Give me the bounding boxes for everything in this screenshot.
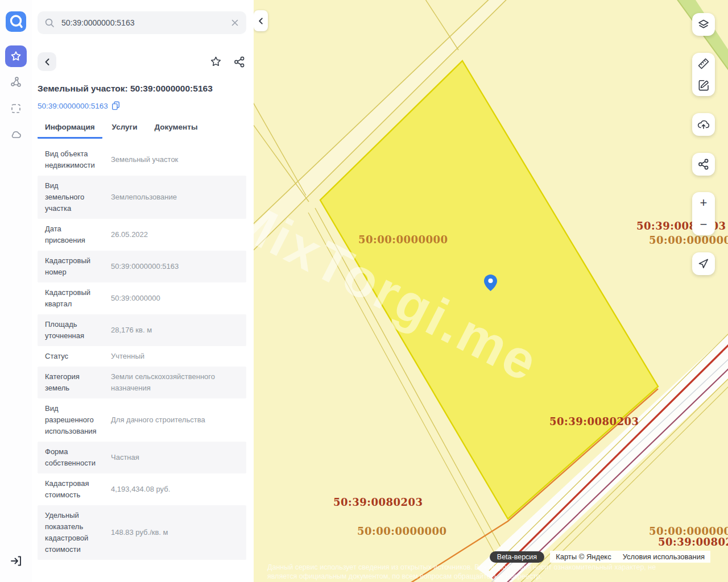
row-value: 4,193,434.08 руб. <box>111 484 239 495</box>
row-value: 50:39:0000000:5163 <box>111 261 239 272</box>
star-icon <box>9 49 23 63</box>
layers-button[interactable] <box>692 13 715 36</box>
details-panel: Земельный участок: 50:39:0000000:5163 50… <box>32 0 254 582</box>
share-button[interactable] <box>233 55 246 69</box>
row-value: Земли сельскохозяйственного назначения <box>111 371 239 394</box>
terms-of-use-link[interactable]: Условия использования <box>623 552 705 561</box>
table-row: Площадь уточненная28,176 кв. м <box>38 314 246 346</box>
row-label: Кадастровый номер <box>45 255 97 278</box>
dashed-square-icon <box>9 102 23 115</box>
ruler-icon <box>697 57 710 70</box>
back-button[interactable] <box>38 52 56 71</box>
table-row: Кадастровая стоимость4,193,434.08 руб. <box>38 473 246 505</box>
login-arrow-icon <box>9 554 23 568</box>
row-label: Кадастровый квартал <box>45 287 97 310</box>
search-input[interactable] <box>60 18 225 28</box>
row-value: Частная <box>111 452 239 463</box>
row-value: Земельный участок <box>111 154 239 165</box>
clear-search-button[interactable] <box>230 18 239 27</box>
cloud-upload-icon <box>697 118 710 131</box>
row-value: Землепользование <box>111 192 239 203</box>
row-value: 26.05.2022 <box>111 229 239 240</box>
row-label: Удельный показатель кадастровой стоимост… <box>45 510 97 555</box>
sidebar-item-login[interactable] <box>5 550 27 572</box>
map-attribution: Beta-версия Карты © Яндекс Условия испол… <box>490 551 710 563</box>
map-pin-icon <box>484 275 497 291</box>
tab-документы[interactable]: Документы <box>147 123 205 139</box>
sidebar-item-cloud[interactable] <box>5 124 27 146</box>
sidebar-item-polygon-tool[interactable] <box>5 72 27 93</box>
row-label: Вид разрешенного использования <box>45 403 97 437</box>
draw-button[interactable] <box>692 74 715 96</box>
search-bar <box>38 11 246 34</box>
table-row: Кадастровый номер50:39:0000000:5163 <box>38 251 246 282</box>
page-title: Земельный участок: 50:39:0000000:5163 <box>38 84 246 94</box>
row-label: Форма собственности <box>45 446 97 469</box>
map-share-button[interactable] <box>692 153 715 176</box>
close-icon <box>230 18 239 27</box>
app-logo[interactable] <box>6 11 26 32</box>
table-row: Категория земельЗемли сельскохозяйственн… <box>38 367 246 398</box>
row-value: 50:39:0000000 <box>111 293 239 304</box>
cadastral-number-link[interactable]: 50:39:0000000:5163 <box>38 102 108 110</box>
measure-draw-group <box>692 53 715 96</box>
star-outline-icon <box>209 55 222 68</box>
table-row: Дата присвоения26.05.2022 <box>38 219 246 251</box>
row-value: Учтенный <box>111 351 239 362</box>
chevron-left-icon <box>257 17 264 25</box>
row-label: Вид объекта недвижимости <box>45 148 97 171</box>
favorite-button[interactable] <box>209 55 222 69</box>
cloud-icon <box>9 128 23 142</box>
row-value: 28,176 кв. м <box>111 325 239 336</box>
map-geometry <box>254 0 728 582</box>
sidebar-rail <box>0 0 32 582</box>
share-icon <box>233 56 246 68</box>
tab-информация[interactable]: Информация <box>38 123 102 139</box>
zoom-controls: + − <box>692 192 715 235</box>
row-label: Категория земель <box>45 371 97 394</box>
navigate-arrow-icon <box>697 257 710 271</box>
layers-icon <box>697 18 710 31</box>
row-label: Площадь уточненная <box>45 319 97 342</box>
edit-icon <box>697 78 710 92</box>
zoom-out-button[interactable]: − <box>692 214 715 235</box>
table-row: Форма собственностиЧастная <box>38 442 246 473</box>
row-label: Дата присвоения <box>45 223 97 246</box>
info-table: Вид объекта недвижимостиЗемельный участо… <box>38 144 246 560</box>
table-row: Кадастровый квартал50:39:0000000 <box>38 282 246 314</box>
locate-button[interactable] <box>692 252 715 275</box>
panel-header <box>38 52 246 71</box>
row-label: Кадастровая стоимость <box>45 478 97 501</box>
beta-badge: Beta-версия <box>490 551 544 563</box>
row-value: Для дачного строительства <box>111 414 239 426</box>
row-value: 148.83 руб./кв. м <box>111 527 239 538</box>
sidebar-item-area-select[interactable] <box>5 98 27 119</box>
zoom-in-label: + <box>700 197 708 209</box>
search-icon <box>44 18 55 28</box>
row-label: Статус <box>45 351 97 362</box>
logo-a-icon <box>6 11 26 32</box>
chevron-left-icon <box>43 58 51 66</box>
share-icon <box>697 158 710 171</box>
yandex-maps-link[interactable]: Карты © Яндекс <box>556 552 611 561</box>
upload-button[interactable] <box>692 113 715 136</box>
zoom-out-label: − <box>700 218 708 231</box>
collapse-panel-button[interactable] <box>254 10 268 31</box>
table-row: СтатусУчтенный <box>38 346 246 367</box>
map-surface[interactable]: MixTorgi.me 50:00:000000050:39:008020350… <box>254 0 728 582</box>
polygon-nodes-icon <box>9 76 23 89</box>
tab-услуги[interactable]: Услуги <box>105 123 145 139</box>
cadastral-link-row: 50:39:0000000:5163 <box>38 101 246 110</box>
row-label: Вид земельного участка <box>45 180 97 214</box>
table-row: Вид земельного участкаЗемлепользование <box>38 176 246 219</box>
zoom-in-button[interactable]: + <box>692 192 715 214</box>
table-row: Вид разрешенного использованияДля дачног… <box>38 398 246 442</box>
table-row: Вид объекта недвижимостиЗемельный участо… <box>38 144 246 176</box>
tabs: ИнформацияУслугиДокументы <box>38 123 246 139</box>
sidebar-item-favorites[interactable] <box>5 45 27 67</box>
ruler-button[interactable] <box>692 53 715 74</box>
table-row: Удельный показатель кадастровой стоимост… <box>38 505 246 560</box>
copy-button[interactable] <box>111 101 120 110</box>
app-window: Земельный участок: 50:39:0000000:5163 50… <box>0 0 728 582</box>
copy-icon <box>111 101 120 110</box>
